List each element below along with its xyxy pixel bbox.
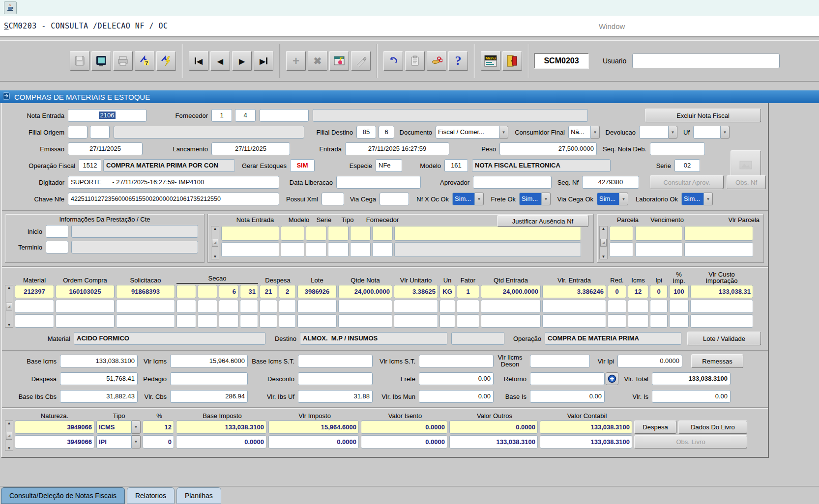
next-record-icon[interactable]: ▶ xyxy=(232,51,252,71)
chave-nfe-field[interactable]: 4225110127235600065155002000002106173521… xyxy=(68,193,279,205)
query-help-icon[interactable]: ? xyxy=(135,51,154,71)
vlr-icms-field[interactable]: 15,964.6000 xyxy=(170,355,248,367)
secao1-cell[interactable] xyxy=(176,285,196,298)
vlr-unitario-cell[interactable] xyxy=(394,314,438,328)
tipo-dropdown[interactable]: ICMS ▼ xyxy=(96,420,141,434)
especie-field[interactable]: NFe xyxy=(376,159,402,172)
peso-field[interactable]: 27,500.0000 xyxy=(499,142,597,155)
inicio-code-field[interactable] xyxy=(46,225,68,238)
insert-record-icon[interactable]: + xyxy=(286,51,306,71)
nf-grid-cell[interactable] xyxy=(281,242,304,257)
scroll-up-icon[interactable]: ▲ xyxy=(7,421,11,425)
scroll-up-icon[interactable]: ▲ xyxy=(602,226,606,231)
scroll-thumb[interactable]: ◢ xyxy=(600,239,607,247)
nf-grid-cell[interactable] xyxy=(350,226,371,241)
query-form-icon[interactable] xyxy=(329,51,349,71)
nota-entrada-field[interactable]: 2106 xyxy=(68,109,146,122)
clear-item-icon[interactable] xyxy=(351,51,371,71)
nfxoc-ok-dropdown[interactable]: Sim... ▼ xyxy=(452,193,484,205)
base-is-field[interactable]: 0.00 xyxy=(530,390,605,403)
despesa2-cell[interactable] xyxy=(279,314,296,328)
uf-dropdown[interactable]: ▼ xyxy=(693,126,730,139)
despesa1-cell[interactable] xyxy=(260,314,277,328)
vlr-icms-st-field[interactable] xyxy=(419,355,494,367)
tipo-dropdown[interactable]: IPI ▼ xyxy=(96,435,141,448)
despesa2-cell[interactable] xyxy=(279,300,296,313)
solicitacao-cell[interactable] xyxy=(116,314,175,328)
vlr-icms-deson-field[interactable] xyxy=(530,355,590,367)
entrada-field[interactable]: 27/11/2025 16:27:59 xyxy=(345,142,449,155)
nf-grid-cell[interactable] xyxy=(306,226,326,241)
laboratorio-ok-dropdown[interactable]: Sim... ▼ xyxy=(681,193,713,205)
vlr-parcela-cell[interactable] xyxy=(684,242,753,257)
fator-cell[interactable] xyxy=(457,314,479,328)
qtd-entrada-cell[interactable] xyxy=(481,314,541,328)
filial-destino-1-field[interactable]: 85 xyxy=(356,126,376,139)
nf-grid-cell[interactable] xyxy=(221,226,279,241)
chevron-down-icon[interactable]: ▼ xyxy=(669,126,677,139)
qtde-nota-cell[interactable] xyxy=(338,314,392,328)
solicitacao-cell[interactable] xyxy=(116,300,175,313)
red-cell[interactable] xyxy=(608,300,626,313)
vlr-ibs-uf-field[interactable]: 31.88 xyxy=(298,390,373,403)
retorno-field[interactable] xyxy=(530,372,605,385)
vlr-unitario-cell[interactable]: 3.38625 xyxy=(394,285,438,298)
possui-xml-field[interactable] xyxy=(322,193,344,205)
previous-record-icon[interactable]: ◀ xyxy=(210,51,230,71)
nf-grid-cell[interactable] xyxy=(281,226,304,241)
menu-icon[interactable]: Menu xyxy=(481,51,500,71)
vlr-total-field[interactable]: 133,038.3100 xyxy=(652,372,731,385)
valor-isento-cell[interactable]: 0.0000 xyxy=(361,435,447,448)
seq-nf-field[interactable]: 4279380 xyxy=(582,176,639,189)
justificar-ausencia-nf-button[interactable]: Justificar Ausência Nf xyxy=(497,215,588,227)
delete-record-icon[interactable]: ✖ xyxy=(308,51,327,71)
ipi-cell[interactable] xyxy=(650,314,668,328)
filial-destino-2-field[interactable]: 6 xyxy=(379,126,394,139)
un-cell[interactable] xyxy=(439,314,455,328)
secao4-cell[interactable]: 31 xyxy=(240,285,258,298)
display-icon[interactable] xyxy=(91,51,111,71)
aprovador-field[interactable] xyxy=(473,176,552,189)
retorno-add-icon[interactable] xyxy=(606,372,618,385)
scroll-down-icon[interactable]: ▼ xyxy=(7,323,11,327)
pct-imp-cell[interactable]: 100 xyxy=(669,285,689,298)
despesa-button[interactable]: Despesa xyxy=(634,420,676,434)
frete-ok-dropdown[interactable]: Sim... ▼ xyxy=(519,193,551,205)
chevron-down-icon[interactable]: ▼ xyxy=(591,126,600,139)
digitador-field[interactable]: SUPORTE - 27/11/2025-16:27:59- IMP4100 xyxy=(68,176,279,189)
parcelas-scrollbar[interactable]: ▲◢▼ xyxy=(599,226,608,259)
vlr-custo-cell[interactable] xyxy=(690,300,753,313)
via-cega-ok-dropdown[interactable]: Sim... ▼ xyxy=(597,193,628,205)
despesa-field[interactable]: 51,768.41 xyxy=(60,372,138,385)
last-record-icon[interactable]: ▶ xyxy=(254,51,273,71)
scroll-thumb[interactable]: ◢ xyxy=(212,239,218,247)
obs-nf-button[interactable]: Obs. Nf xyxy=(727,175,766,189)
desconto-field[interactable] xyxy=(298,372,373,385)
execute-query-icon[interactable] xyxy=(156,51,176,71)
vlr-ipi-field[interactable]: 0.0000 xyxy=(617,355,682,367)
qtde-nota-cell[interactable]: 24,000.0000 xyxy=(338,285,392,298)
menu-window[interactable]: Window xyxy=(599,22,625,30)
scroll-up-icon[interactable]: ▲ xyxy=(213,226,217,231)
base-ibs-cbs-field[interactable]: 31,882.43 xyxy=(60,390,138,403)
pct-imp-cell[interactable] xyxy=(669,314,689,328)
material-cell[interactable]: 212397 xyxy=(15,285,54,298)
scroll-down-icon[interactable]: ▼ xyxy=(7,446,11,450)
valor-outros-cell[interactable]: 0.0000 xyxy=(449,420,538,434)
scroll-down-icon[interactable]: ▼ xyxy=(602,254,606,259)
ordem-compra-cell[interactable]: 160103025 xyxy=(56,285,115,298)
vlr-unitario-cell[interactable] xyxy=(394,300,438,313)
icms-cell[interactable] xyxy=(628,314,648,328)
nf-grid-cell[interactable] xyxy=(221,242,279,257)
filial-origem-1-field[interactable] xyxy=(68,126,88,139)
secao1-cell[interactable] xyxy=(176,300,196,313)
nf-grid-cell[interactable] xyxy=(372,242,393,257)
obs-livro-button[interactable]: Obs. Livro xyxy=(634,435,747,448)
fator-cell[interactable] xyxy=(457,300,479,313)
first-record-icon[interactable]: ◀ xyxy=(189,51,208,71)
lote-cell[interactable]: 3986926 xyxy=(297,285,337,298)
natureza-scrollbar[interactable]: ▲◢▼ xyxy=(5,420,13,451)
frete-field[interactable]: 0.00 xyxy=(419,372,494,385)
secao2-cell[interactable] xyxy=(198,314,217,328)
scroll-up-icon[interactable]: ▲ xyxy=(7,285,11,290)
